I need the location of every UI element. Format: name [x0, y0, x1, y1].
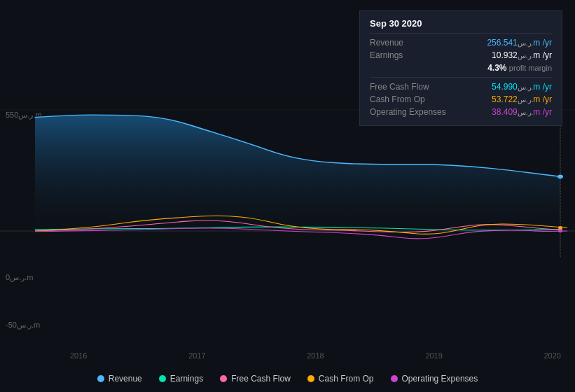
tooltip-row-earnings: Earnings 10.932ر.س.m /yr	[370, 49, 552, 62]
tooltip-value-fcf: 54.990ر.س.m /yr	[492, 82, 552, 92]
legend-item-earnings[interactable]: Earnings	[159, 374, 203, 384]
legend-label-revenue: Revenue	[109, 374, 142, 384]
tooltip-value-earnings: 10.932ر.س.m /yr	[492, 50, 552, 60]
legend-item-revenue[interactable]: Revenue	[97, 374, 142, 384]
svg-point-4	[557, 175, 563, 179]
x-axis: 2016 2017 2018 2019 2020	[70, 351, 561, 360]
legend-item-cashfromop[interactable]: Cash From Op	[307, 374, 374, 384]
legend-label-fcf: Free Cash Flow	[231, 374, 291, 384]
chart-container: Sep 30 2020 Revenue 256.541ر.س.m /yr Ear…	[0, 0, 575, 392]
legend-dot-earnings	[159, 375, 166, 382]
chart-svg	[0, 105, 575, 357]
tooltip-date: Sep 30 2020	[370, 18, 552, 29]
tooltip-row-fcf: Free Cash Flow 54.990ر.س.m /yr	[370, 80, 552, 93]
legend-dot-revenue	[97, 375, 104, 382]
tooltip-value-revenue: 256.541ر.س.m /yr	[487, 38, 552, 48]
tooltip-row-margin: 4.3% profit margin	[370, 62, 552, 74]
tooltip-row-opex: Operating Expenses 38.409ر.س.m /yr	[370, 106, 552, 118]
legend-dot-fcf	[220, 375, 227, 382]
x-label-2019: 2019	[425, 351, 442, 360]
svg-point-7	[558, 226, 562, 229]
tooltip-row-revenue: Revenue 256.541ر.س.m /yr	[370, 36, 552, 49]
tooltip-label-fcf: Free Cash Flow	[370, 82, 447, 92]
tooltip-label-earnings: Earnings	[370, 50, 447, 60]
tooltip-value-cashfromop: 53.722ر.س.m /yr	[492, 94, 552, 104]
x-label-2020: 2020	[544, 351, 561, 360]
tooltip-value-opex: 38.409ر.س.m /yr	[492, 107, 552, 117]
svg-point-8	[558, 230, 562, 232]
legend-label-earnings: Earnings	[170, 374, 203, 384]
x-label-2016: 2016	[70, 351, 87, 360]
tooltip-value-margin: 4.3% profit margin	[487, 63, 552, 73]
tooltip-label-opex: Operating Expenses	[370, 107, 447, 117]
legend-dot-opex	[391, 375, 398, 382]
tooltip-row-cashfromop: Cash From Op 53.722ر.س.m /yr	[370, 93, 552, 106]
legend-label-cashfromop: Cash From Op	[319, 374, 374, 384]
tooltip-label-cashfromop: Cash From Op	[370, 94, 447, 104]
x-label-2018: 2018	[307, 351, 324, 360]
tooltip-label-revenue: Revenue	[370, 38, 447, 48]
legend: Revenue Earnings Free Cash Flow Cash Fro…	[0, 374, 575, 384]
tooltip-box: Sep 30 2020 Revenue 256.541ر.س.m /yr Ear…	[359, 10, 562, 126]
legend-dot-cashfromop	[307, 375, 314, 382]
legend-label-opex: Operating Expenses	[402, 374, 478, 384]
legend-item-opex[interactable]: Operating Expenses	[391, 374, 478, 384]
x-label-2017: 2017	[188, 351, 205, 360]
legend-item-fcf[interactable]: Free Cash Flow	[220, 374, 291, 384]
